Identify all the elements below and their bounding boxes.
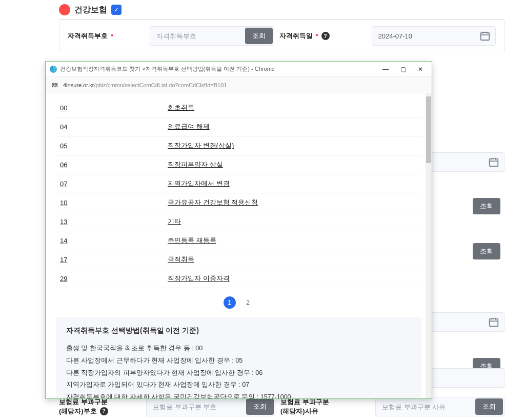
scrollbar-thumb[interactable] [426,96,431,163]
label-premium-reason: 보험료 부과구분 (해당자)사유 [280,397,370,416]
help-line: 다른 사업장에서 근무하다가 현재 사업장에 입사한 경우 : 05 [66,355,411,367]
bg-lookup-button-1[interactable]: 조회 [473,198,500,214]
required-asterisk: * [111,32,113,40]
table-row: 00최초취득 [56,98,421,117]
code-name-link[interactable]: 의료급여 해제 [168,123,210,130]
calendar-icon[interactable] [488,156,499,168]
help-box: 자격취득부호 선택방법(취득일 이전 기준) 출생 및 한국국적을 최초로 취득… [56,317,421,398]
help-line: 다른 직장가입자의 피부양자였다가 현재 사업장에 입사한 경우 : 06 [66,367,411,379]
lookup-button[interactable]: 조회 [245,28,273,44]
bg-lookup-button-2[interactable]: 조회 [473,243,500,259]
code-link[interactable]: 06 [60,161,67,169]
url-path: /pbiz/cmmn/selectComCdList.do?comCdClsfI… [94,82,227,88]
help-icon[interactable]: ? [321,32,330,40]
code-name-link[interactable]: 직장피부양자 상실 [168,161,223,168]
code-link[interactable]: 13 [60,218,67,226]
code-name-link[interactable]: 직장가입자 이중자격 [168,274,230,282]
table-row: 05직장가입자 변경(상실) [56,136,421,155]
scrollbar-track[interactable] [426,93,432,398]
svg-rect-5 [52,86,54,87]
table-row: 14주민등록 재등록 [56,231,421,250]
field-label-acquisition-code: 자격취득부호* [68,31,145,41]
table-row: 17국적취득 [56,250,421,269]
svg-rect-6 [55,86,57,87]
svg-rect-4 [55,83,57,84]
table-row: 10국가유공자 건강보험 적용신청 [56,193,421,212]
minimize-icon[interactable]: — [378,64,393,75]
svg-rect-1 [490,159,498,167]
code-name-link[interactable]: 주민등록 재등록 [168,236,216,244]
code-link[interactable]: 04 [60,123,67,131]
input-acquisition-date[interactable] [372,26,496,46]
popup-window: 건강보험직장자격취득코드 찾기 >자격취득부호 선택방법(취득일 이전 기준) … [45,61,432,399]
table-row: 13기타 [56,212,421,231]
help-title: 자격취득부호 선택방법(취득일 이전 기준) [66,326,411,335]
help-line: 지역가입자로 가입되어 있다가 현재 사업장에 입사한 경우 : 07 [66,379,411,391]
code-name-link[interactable]: 국적취득 [168,255,194,263]
site-settings-icon[interactable] [51,81,59,89]
lookup-button-premium-code[interactable]: 조회 [246,398,274,415]
popup-titlebar[interactable]: 건강보험직장자격취득코드 찾기 >자격취득부호 선택방법(취득일 이전 기준) … [46,62,432,77]
field-label-acquisition-date: 자격취득일* ? [279,31,367,41]
help-line: 출생 및 한국국적을 최초로 취득한 경우 등 : 00 [66,343,411,355]
code-link[interactable]: 14 [60,237,67,245]
lookup-button-premium-reason[interactable]: 조회 [475,398,503,415]
table-row: 29직장가입자 이중자격 [56,269,421,288]
code-name-link[interactable]: 직장가입자 변경(상실) [168,142,234,149]
code-link[interactable]: 17 [60,256,67,264]
code-table: 00최초취득04의료급여 해제05직장가입자 변경(상실)06직장피부양자 상실… [56,98,421,288]
table-row: 06직장피부양자 상실 [56,155,421,174]
code-name-link[interactable]: 기타 [168,217,181,225]
code-link[interactable]: 29 [60,275,67,283]
section-title: 건강보험 [74,5,107,15]
label-premium-code: 보험료 부과구분 (해당자)부호 ? [59,397,141,416]
svg-rect-3 [52,83,54,84]
popup-window-title: 건강보험직장자격취득코드 찾기 >자격취득부호 선택방법(취득일 이전 기준) … [60,65,375,73]
table-row: 07지역가입자에서 변경 [56,174,421,193]
url-bar: 4insure.or.kr/pbiz/cmmn/selectComCdList.… [46,77,432,93]
page-1-button[interactable]: 1 [224,296,236,309]
svg-rect-0 [481,33,490,41]
svg-rect-2 [490,319,498,327]
favicon-icon [50,66,57,73]
page-2-button[interactable]: 2 [242,296,254,309]
url-host: 4insure.or.kr [63,82,94,88]
code-link[interactable]: 07 [60,180,67,188]
help-icon[interactable]: ? [100,407,108,415]
code-name-link[interactable]: 국가유공자 건강보험 적용신청 [168,198,258,206]
code-name-link[interactable]: 지역가입자에서 변경 [168,179,230,187]
code-name-link[interactable]: 최초취득 [168,104,194,111]
close-icon[interactable]: ✕ [413,64,428,75]
help-line: 자격취득부호에 대한 자세한 사항은 국민건강보험공단으로 문의 : 1577-… [66,391,411,398]
code-link[interactable]: 00 [60,104,67,112]
section-check-icon: ✓ [111,5,122,15]
code-link[interactable]: 05 [60,142,67,150]
code-link[interactable]: 10 [60,199,67,207]
calendar-icon[interactable] [488,316,499,328]
section-icon [59,4,70,15]
calendar-icon[interactable] [479,30,491,42]
table-row: 04의료급여 해제 [56,117,421,136]
maximize-icon[interactable]: ▢ [396,64,410,75]
required-asterisk: * [316,32,318,40]
